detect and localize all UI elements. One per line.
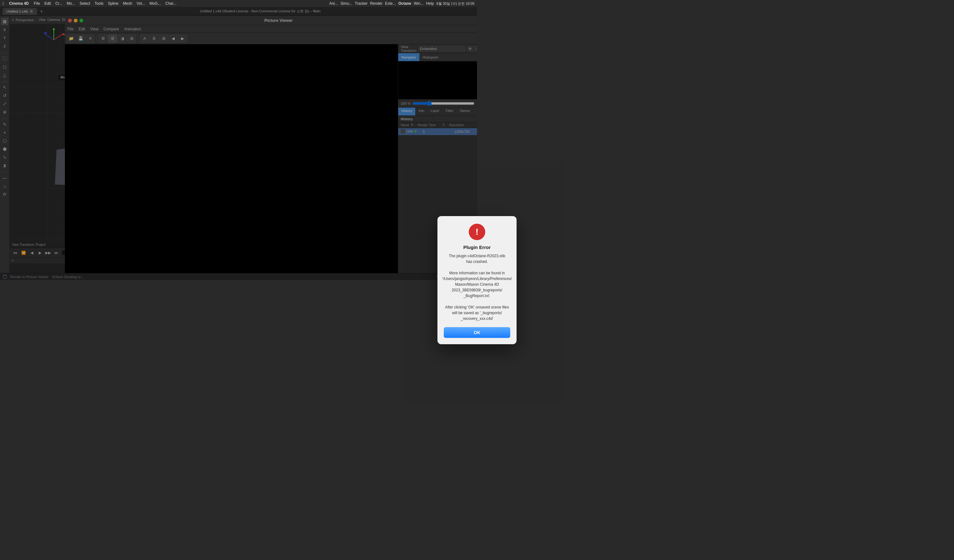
app-name: Cinema 4D (9, 1, 29, 6)
menu-items: File Edit Cr... Mo... Select Tools Splin… (34, 1, 177, 6)
menu-bar:  Cinema 4D File Edit Cr... Mo... Select… (0, 0, 477, 7)
menu-create[interactable]: Cr... (55, 1, 62, 6)
menu-win[interactable]: Win... (414, 1, 424, 6)
menu-mograph[interactable]: MoG... (150, 1, 161, 6)
menu-help[interactable]: Help (426, 1, 434, 6)
menu-motion[interactable]: Mo... (67, 1, 75, 6)
menu-edit[interactable]: Edit (44, 1, 51, 6)
dialog-body-text: The plugin c4dOctane-R2023.xlib has cras… (442, 254, 477, 280)
menu-spline[interactable]: Spline (108, 1, 118, 6)
menu-tools[interactable]: Tools (95, 1, 103, 6)
apple-logo-icon[interactable]:  (3, 1, 4, 6)
menu-vol[interactable]: Vol... (137, 1, 145, 6)
menu-octane[interactable]: Octane (399, 1, 412, 6)
dialog-body: The plugin c4dOctane-R2023.xlib has cras… (442, 253, 477, 280)
menu-exte[interactable]: Exte... (385, 1, 396, 6)
menu-select[interactable]: Select (80, 1, 90, 6)
dialog-title: Plugin Error (463, 244, 477, 250)
menu-file[interactable]: File (34, 1, 40, 6)
menu-char[interactable]: Char... (165, 1, 176, 6)
menu-render[interactable]: Render (370, 1, 382, 6)
menu-tracker[interactable]: Tracker (355, 1, 368, 6)
plugin-error-dialog: ! Plugin Error The plugin c4dOctane-R202… (437, 216, 477, 280)
menu-mesh[interactable]: Mesh (123, 1, 132, 6)
dialog-error-icon: ! (469, 224, 477, 240)
datetime: 8월 30일 (수) 오전 10:05 (436, 1, 474, 6)
dialog-overlay: ! Plugin Error The plugin c4dOctane-R202… (0, 0, 477, 280)
menu-bar-right: Ani... Simu... Tracker Render Exte... Oc… (329, 1, 474, 6)
menu-ani[interactable]: Ani... (329, 1, 338, 6)
menu-simu[interactable]: Simu... (341, 1, 352, 6)
